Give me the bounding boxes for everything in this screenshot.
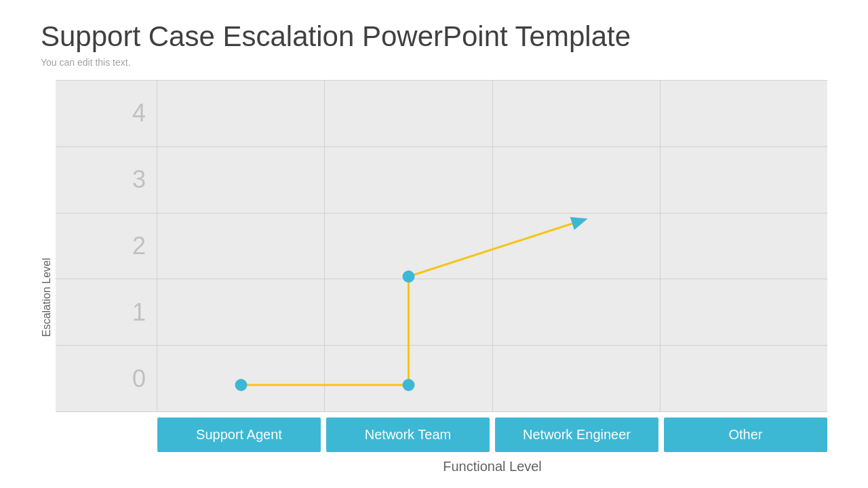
cell-3-1 <box>325 147 492 213</box>
category-network-engineer[interactable]: Network Engineer <box>495 418 658 452</box>
row-label-4: 4 <box>56 81 157 146</box>
cell-4-1 <box>325 81 492 146</box>
cell-2-0 <box>157 214 325 279</box>
grid-row-3: 3 <box>56 147 827 214</box>
category-support-agent[interactable]: Support Agent <box>157 418 321 452</box>
cell-4-2 <box>493 81 660 146</box>
grid-row-0: 0 <box>56 346 827 412</box>
cell-1-1 <box>325 279 492 345</box>
cell-4-3 <box>660 81 827 146</box>
cell-3-3 <box>660 147 827 213</box>
grid-row-2: 2 <box>56 214 827 280</box>
cell-0-1 <box>325 346 492 411</box>
cell-1-3 <box>660 279 827 345</box>
row-label-1: 1 <box>56 279 157 345</box>
bottom-spacer <box>56 418 157 452</box>
grid-cells-4 <box>157 81 827 146</box>
category-buttons: Support Agent Network Team Network Engin… <box>157 418 827 452</box>
category-other[interactable]: Other <box>664 418 827 452</box>
grid-and-labels: 4 3 <box>56 80 827 474</box>
cell-1-0 <box>157 279 325 345</box>
category-network-team[interactable]: Network Team <box>326 418 490 452</box>
cell-2-1 <box>325 214 492 279</box>
x-axis-label: Functional Level <box>56 459 827 474</box>
cell-2-3 <box>660 214 827 279</box>
row-label-3: 3 <box>56 147 157 213</box>
grid-cells-0 <box>157 346 827 411</box>
grid-rows: 4 3 <box>56 80 827 412</box>
row-label-0: 0 <box>56 346 157 411</box>
page-title: Support Case Escalation PowerPoint Templ… <box>41 20 827 53</box>
cell-0-0 <box>157 346 325 411</box>
page-subtitle: You can edit this text. <box>41 57 827 68</box>
grid-row-1: 1 <box>56 279 827 346</box>
cell-0-3 <box>660 346 827 411</box>
cell-0-2 <box>493 346 660 411</box>
chart-area: Escalation Level 4 3 <box>41 80 827 474</box>
bottom-labels: Support Agent Network Team Network Engin… <box>56 418 827 452</box>
page: Support Case Escalation PowerPoint Templ… <box>0 0 868 488</box>
y-axis-label: Escalation Level <box>41 80 53 474</box>
row-label-2: 2 <box>56 214 157 279</box>
cell-1-2 <box>493 279 660 345</box>
grid-cells-3 <box>157 147 827 213</box>
grid-row-4: 4 <box>56 80 827 147</box>
cell-3-0 <box>157 147 325 213</box>
grid-cells-2 <box>157 214 827 279</box>
cell-4-0 <box>157 81 325 146</box>
grid-cells-1 <box>157 279 827 345</box>
cell-2-2 <box>493 214 660 279</box>
cell-3-2 <box>493 147 660 213</box>
